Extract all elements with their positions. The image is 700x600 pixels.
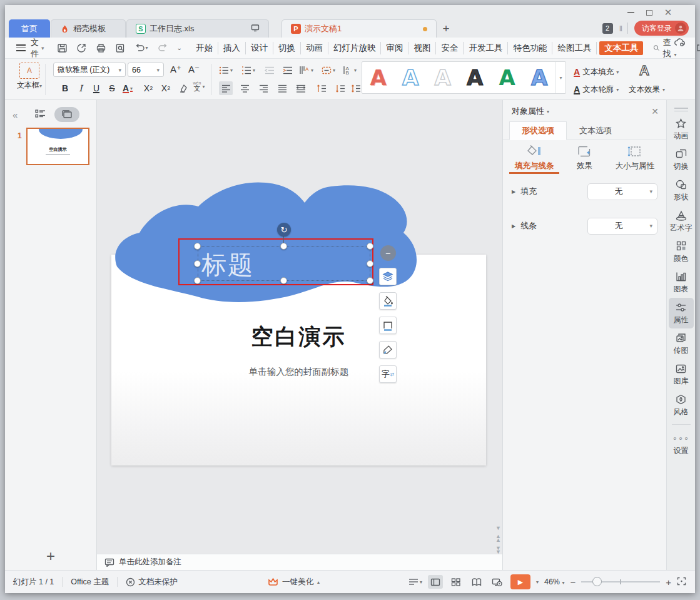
rail-style[interactable]: 风格 (669, 390, 694, 420)
text-outline-button[interactable]: A 文本轮廓 ▾ (574, 84, 619, 95)
distribute-button[interactable] (294, 81, 308, 95)
selection-handle-e[interactable] (367, 260, 373, 267)
minimize-button[interactable] (624, 8, 637, 18)
menu-special-features[interactable]: 特色功能 (508, 42, 552, 54)
menu-view[interactable]: 视图 (408, 42, 436, 54)
cloud-sync-icon[interactable]: ▾ (674, 38, 686, 58)
protection-status[interactable]: 文档未保护 (118, 577, 186, 587)
slide-subtitle-text[interactable]: 单击输入您的封面副标题 (97, 366, 500, 378)
rail-image-upload[interactable]: 传图 (669, 328, 694, 359)
properties-title[interactable]: 对象属性 (512, 106, 544, 117)
window-count-badge[interactable]: 2 (602, 23, 613, 34)
new-tab-button[interactable]: + (437, 19, 455, 38)
rail-settings[interactable]: ∘∘∘ 设置 (669, 429, 694, 459)
selection-handle-n[interactable] (280, 243, 287, 250)
zoom-slider[interactable] (581, 581, 660, 582)
close-button[interactable]: ✕ (661, 8, 675, 18)
decrease-indent-button[interactable] (263, 63, 276, 77)
wordart-style-3[interactable]: A (427, 62, 459, 93)
tab-ppt-document[interactable]: P 演示文稿1 (282, 19, 437, 38)
find-button[interactable]: 查找 (653, 37, 674, 59)
text-fill-button[interactable]: A 文本填充 ▾ (574, 67, 619, 78)
menu-design[interactable]: 设计 (246, 42, 273, 54)
pinyin-guide-button[interactable]: wén 文 (192, 79, 206, 93)
status-text-options-icon[interactable]: ▾ (408, 578, 422, 586)
slide-counter[interactable]: 幻灯片 1 / 1 (5, 577, 62, 587)
strikethrough-button[interactable]: S (105, 81, 119, 95)
theme-name[interactable]: Office 主题 (63, 577, 117, 587)
expand-arrow-icon[interactable]: ▶ (512, 189, 515, 195)
toolbar-more-icon[interactable]: ⌄ (177, 44, 182, 51)
hamburger-menu-icon[interactable] (16, 44, 26, 51)
rail-animation[interactable]: 动画 (669, 114, 694, 145)
increase-font-button[interactable]: A⁺ (169, 63, 183, 76)
menu-animation[interactable]: 动画 (301, 42, 328, 54)
slide-sorter-view-button[interactable] (449, 575, 464, 589)
align-center-button[interactable] (238, 81, 251, 95)
bullet-list-button[interactable] (219, 63, 233, 77)
menu-review[interactable]: 审阅 (381, 42, 408, 54)
rail-shapes[interactable]: 形状 (669, 175, 694, 206)
textbox-style-button[interactable] (322, 63, 335, 77)
line-spacing-increase-button[interactable] (315, 81, 328, 95)
slide-thumbnail[interactable]: 空白演示 (26, 128, 89, 165)
line-dropdown[interactable]: 无 ▾ (587, 218, 657, 235)
tab-text-options[interactable]: 文本选项 (567, 121, 624, 140)
rail-drag-handle[interactable] (674, 108, 688, 111)
fill-dropdown[interactable]: 无 ▾ (587, 183, 657, 200)
wordart-style-5[interactable]: A (491, 62, 524, 93)
slide-view-toggle[interactable] (54, 107, 79, 122)
selection-handle-ne[interactable] (367, 243, 373, 250)
slideshow-view-button[interactable] (490, 575, 505, 589)
menu-security[interactable]: 安全 (436, 42, 464, 54)
fill-color-button[interactable] (379, 292, 397, 310)
beautify-button[interactable]: 一键美化 ▴ (268, 577, 320, 587)
font-name-combo[interactable]: 微软雅黑 (正文) ▾ (53, 63, 126, 77)
wordart-more-button[interactable]: ▾ (555, 62, 566, 93)
line-spacing-decrease-button[interactable] (333, 81, 347, 95)
selection-handle-sw[interactable] (194, 277, 201, 284)
subtab-effect[interactable]: 效果 (559, 144, 609, 174)
previous-slide-button[interactable]: ▲▲ (495, 534, 501, 542)
rotate-handle[interactable]: ↻ (277, 223, 291, 236)
text-effect-button[interactable]: 文本效果 ▾ (629, 84, 665, 95)
bold-button[interactable]: B (58, 81, 72, 95)
tab-shape-options[interactable]: 形状选项 (509, 121, 567, 140)
zoom-out-button[interactable]: − (570, 577, 576, 587)
play-slideshow-button[interactable]: ▶ (510, 574, 530, 589)
wordart-style-6[interactable]: A (524, 62, 556, 93)
decrease-font-button[interactable]: A⁻ (187, 63, 201, 76)
rail-charts[interactable]: 图表 (669, 267, 694, 298)
maximize-button[interactable] (642, 8, 656, 18)
redo-button[interactable] (157, 43, 168, 53)
justify-button[interactable] (275, 81, 289, 95)
tab-xls-document[interactable]: S 工作日志.xls (126, 19, 269, 38)
textbox-tool[interactable]: A 文本框▾ (15, 61, 44, 91)
next-slide-button[interactable]: ▼▼ (495, 546, 501, 554)
outline-view-icon[interactable] (35, 109, 46, 120)
layer-order-button[interactable] (379, 268, 397, 285)
align-right-button[interactable] (256, 81, 270, 95)
align-left-button[interactable] (219, 81, 233, 95)
selection-handle-nw[interactable] (194, 243, 201, 250)
tab-templates[interactable]: 稻壳模板 (51, 19, 126, 38)
collapse-panel-icon[interactable]: « (13, 109, 18, 120)
rail-gallery[interactable]: 图库 (669, 359, 694, 390)
zoom-level[interactable]: 46% ▾ (544, 577, 565, 586)
character-format-button[interactable]: 字 ⇄ (379, 365, 397, 383)
menu-devtools[interactable]: 开发工具 (464, 42, 508, 54)
clear-format-button[interactable] (176, 81, 190, 95)
tab-scroll-handle[interactable]: ‖ (619, 24, 621, 33)
play-dropdown-arrow[interactable]: ▾ (536, 579, 539, 585)
slide-title-text[interactable]: 空白演示 (97, 322, 500, 352)
export-icon[interactable] (76, 43, 87, 53)
menu-text-tools-active[interactable]: 文本工具 (599, 41, 643, 55)
zoom-in-button[interactable]: + (666, 577, 671, 587)
editing-canvas[interactable]: 空白演示 单击输入您的封面副标题 标题 ↻ − (97, 100, 502, 570)
subscript-button[interactable]: X2 (159, 81, 173, 95)
menu-transition[interactable]: 切换 (273, 42, 301, 54)
undo-dropdown-arrow[interactable]: ▾ (146, 45, 148, 51)
print-preview-icon[interactable] (115, 43, 126, 53)
share-icon[interactable] (696, 43, 700, 54)
rail-colors[interactable]: 颜色 (669, 236, 694, 267)
